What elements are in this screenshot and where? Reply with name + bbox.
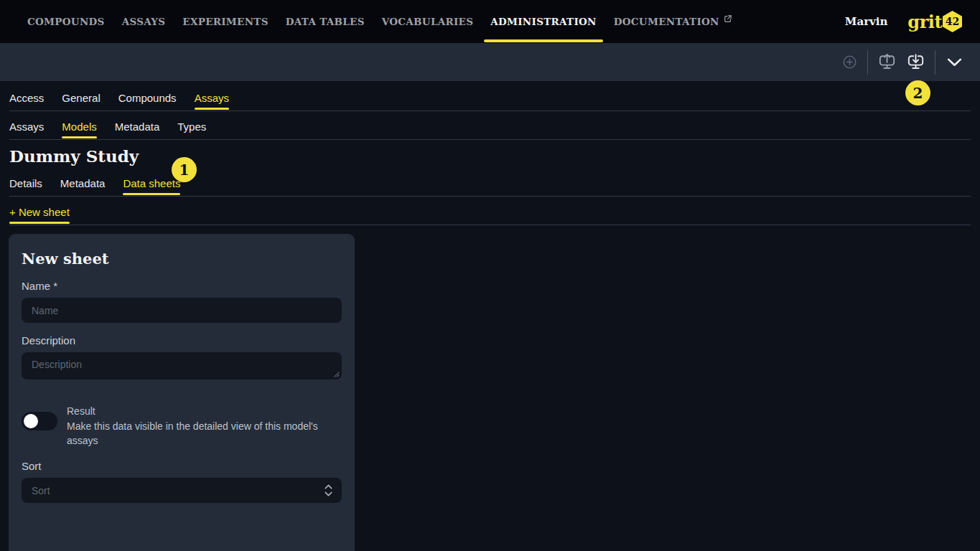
result-description: Make this data visible in the detailed v… [67, 419, 342, 448]
topbar-right: Marvin grit 42 [845, 11, 962, 32]
top-navigation-bar: COMPOUNDS ASSAYS EXPERIMENTS DATA TABLES… [0, 0, 980, 43]
nav-data-tables[interactable]: DATA TABLES [286, 0, 365, 43]
content: Access General Compounds Assays Assays M… [0, 81, 980, 551]
assays-subtabs: Assays Models Metadata Types [9, 111, 971, 140]
external-link-icon [724, 14, 732, 23]
tab-model-metadata[interactable]: Metadata [60, 177, 106, 196]
tab-data-sheets[interactable]: Data sheets [123, 177, 180, 196]
toolbar-divider [867, 50, 868, 75]
logo-text: grit [907, 11, 942, 32]
form-title: New sheet [22, 250, 342, 268]
toolbar-divider [935, 50, 935, 75]
tab-details[interactable]: Details [9, 177, 42, 196]
tab-types[interactable]: Types [177, 121, 206, 139]
nav-assays[interactable]: ASSAYS [122, 0, 166, 43]
tab-assays-sub[interactable]: Assays [9, 121, 44, 139]
sort-label: Sort [22, 460, 342, 472]
grit42-logo[interactable]: grit 42 [907, 11, 962, 32]
nav-experiments[interactable]: EXPERIMENTS [182, 0, 268, 43]
admin-section-tabs: Access General Compounds Assays [9, 81, 971, 111]
tab-access[interactable]: Access [9, 92, 44, 110]
name-label: Name * [22, 280, 342, 292]
annotation-step-2-badge: 2 [905, 80, 930, 105]
logo-hex-badge: 42 [943, 11, 962, 32]
main-nav: COMPOUNDS ASSAYS EXPERIMENTS DATA TABLES… [27, 0, 732, 43]
tab-models[interactable]: Models [62, 121, 96, 139]
toolbar [0, 43, 980, 81]
nav-documentation-label: DOCUMENTATION [614, 16, 719, 27]
result-toggle[interactable] [22, 412, 57, 430]
tab-metadata-sub[interactable]: Metadata [115, 121, 160, 139]
description-textarea[interactable] [22, 352, 342, 380]
nav-documentation[interactable]: DOCUMENTATION [614, 0, 732, 43]
page-title: Dummy Study [9, 146, 971, 166]
page: COMPOUNDS ASSAYS EXPERIMENTS DATA TABLES… [0, 0, 980, 551]
tab-general[interactable]: General [62, 92, 100, 110]
name-input[interactable] [22, 298, 342, 323]
tab-assays[interactable]: Assays [195, 92, 229, 110]
result-label: Result [67, 404, 342, 419]
sort-select-placeholder: Sort [32, 485, 50, 496]
nav-compounds[interactable]: COMPOUNDS [27, 0, 105, 43]
new-sheet-form-card: New sheet Name * Description Result Make… [9, 234, 355, 551]
user-menu[interactable]: Marvin [845, 15, 888, 28]
result-toggle-text: Result Make this data visible in the det… [67, 404, 342, 448]
add-circle-icon [841, 54, 858, 70]
select-chevrons-icon [322, 482, 335, 499]
description-textarea-wrap [22, 352, 342, 380]
chevron-down-icon [945, 52, 964, 72]
add-button[interactable] [841, 54, 858, 70]
result-toggle-row: Result Make this data visible in the det… [22, 404, 342, 448]
toggle-knob [24, 414, 38, 428]
import-button[interactable] [906, 52, 925, 72]
collapse-panel-button[interactable] [945, 52, 964, 72]
tab-new-sheet[interactable]: + New sheet [9, 206, 70, 225]
nav-vocabularies[interactable]: VOCABULARIES [382, 0, 474, 43]
export-button[interactable] [877, 52, 897, 72]
model-detail-tabs: Details Metadata Data sheets [9, 168, 971, 197]
description-label: Description [22, 334, 342, 347]
sheet-tabs: + New sheet [9, 197, 971, 225]
nav-administration[interactable]: ADMINISTRATION [490, 0, 597, 43]
screen-upload-icon [877, 52, 897, 72]
screen-download-icon [906, 52, 925, 72]
tab-compounds[interactable]: Compounds [118, 92, 177, 110]
annotation-step-1-badge: 1 [172, 157, 197, 182]
sort-select[interactable]: Sort [22, 478, 342, 503]
